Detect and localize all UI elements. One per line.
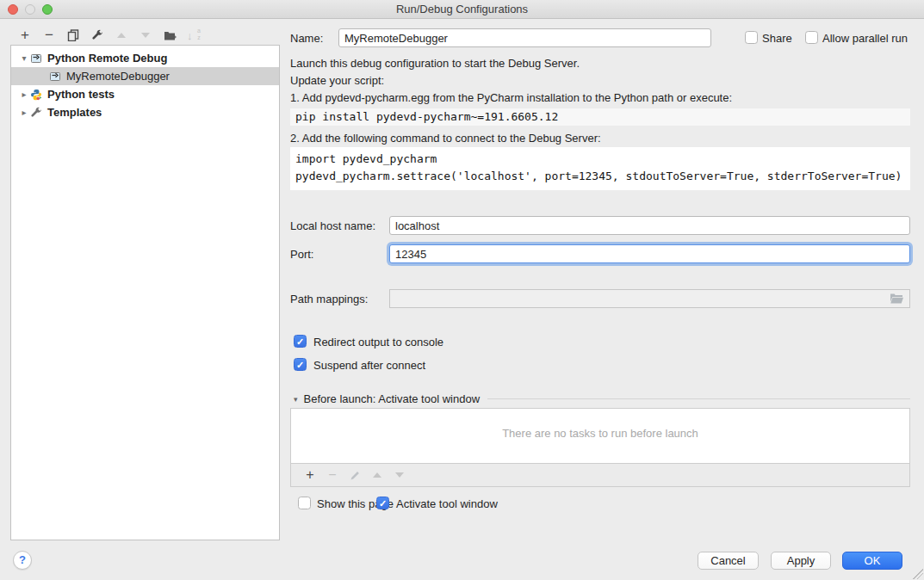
arrow-up-icon	[373, 472, 381, 478]
add-configuration-button[interactable]: +	[13, 27, 37, 44]
wrench-icon	[91, 29, 103, 41]
description-line-1: Launch this debug configuration to start…	[290, 57, 580, 70]
move-task-up-button[interactable]	[366, 472, 388, 478]
path-mappings-label: Path mappings:	[290, 293, 368, 305]
ok-button[interactable]: OK	[842, 552, 902, 570]
remove-configuration-button[interactable]: −	[37, 27, 61, 44]
allow-parallel-run-label: Allow parallel run	[822, 32, 908, 45]
activate-tool-window-label: Activate tool window	[396, 497, 498, 510]
step1-text: 1. Add pydevd-pycharm.egg from the PyCha…	[290, 91, 732, 104]
remote-debug-config-icon	[30, 52, 43, 65]
tree-item-label: Python tests	[47, 88, 115, 101]
tree-item-python-tests[interactable]: ▸ Python tests	[11, 85, 279, 103]
configurations-tree: ▾ Python Remote Debug MyRemoteDebugger ▸…	[10, 45, 280, 540]
before-launch-title: Before launch: Activate tool window	[304, 392, 481, 405]
help-button[interactable]: ?	[13, 551, 32, 570]
tree-item-label: MyRemoteDebugger	[66, 70, 170, 83]
port-label: Port:	[290, 248, 313, 261]
tree-item-templates[interactable]: ▸ Templates	[11, 103, 279, 121]
edit-task-button[interactable]	[344, 470, 366, 481]
sort-alpha-icon: ↓ az	[187, 28, 201, 42]
before-launch-task-list[interactable]: There are no tasks to run before launch	[290, 408, 910, 464]
before-launch-toolbar: + −	[290, 464, 910, 487]
python-tests-icon	[30, 89, 43, 101]
section-divider	[487, 398, 910, 399]
arrow-down-icon	[141, 33, 150, 38]
pencil-icon	[350, 470, 361, 481]
add-task-button[interactable]: +	[299, 467, 321, 483]
local-host-name-label: Local host name:	[290, 219, 375, 232]
resize-grip[interactable]	[913, 569, 923, 579]
code-line-1: import pydevd_pycharm	[295, 152, 437, 165]
expand-toggle[interactable]: ▾	[18, 53, 30, 63]
remove-icon: −	[328, 467, 336, 483]
remove-icon: −	[45, 28, 53, 43]
folder-add-icon	[164, 30, 177, 41]
path-mappings-field[interactable]	[389, 289, 910, 308]
name-label: Name:	[290, 32, 323, 45]
remote-debug-config-icon	[49, 71, 62, 83]
show-this-page-checkbox[interactable]	[298, 497, 311, 509]
share-checkbox[interactable]	[745, 31, 758, 44]
sort-configurations-button[interactable]: ↓ az	[182, 27, 206, 44]
settrace-code-block: import pydevd_pycharm pydevd_pycharm.set…	[290, 147, 910, 190]
suspend-after-connect-label: Suspend after connect	[313, 359, 425, 372]
arrow-up-icon	[117, 33, 126, 38]
browse-folder-icon[interactable]	[890, 293, 903, 305]
cancel-button[interactable]: Cancel	[698, 552, 759, 570]
expand-toggle[interactable]: ▸	[18, 89, 30, 99]
arrow-down-icon	[395, 472, 404, 478]
remove-task-button[interactable]: −	[321, 467, 344, 483]
description-line-2: Update your script:	[290, 74, 384, 87]
collapse-triangle-icon[interactable]: ▾	[294, 395, 298, 404]
activate-tool-window-checkbox[interactable]: ✓	[376, 497, 389, 509]
copy-icon	[67, 29, 79, 41]
name-input[interactable]	[338, 28, 711, 47]
apply-button[interactable]: Apply	[771, 552, 831, 570]
window-title: Run/Debug Configurations	[0, 0, 924, 19]
move-up-button[interactable]	[109, 27, 133, 44]
redirect-output-label: Redirect output to console	[313, 336, 443, 349]
code-line-2: pydevd_pycharm.settrace('localhost', por…	[295, 170, 902, 182]
edit-templates-button[interactable]	[85, 27, 109, 44]
step2-text: 2. Add the following command to connect …	[290, 132, 601, 145]
local-host-name-input[interactable]	[389, 216, 910, 235]
empty-tasks-text: There are no tasks to run before launch	[502, 427, 698, 440]
add-icon: +	[21, 28, 29, 43]
allow-parallel-run-checkbox[interactable]	[805, 31, 818, 44]
redirect-output-checkbox[interactable]: ✓	[294, 335, 307, 348]
expand-toggle[interactable]: ▸	[18, 108, 30, 117]
tree-item-myremotedebugger[interactable]: MyRemoteDebugger	[11, 67, 279, 85]
tree-item-label: Python Remote Debug	[47, 52, 167, 65]
wrench-icon	[30, 107, 43, 119]
port-input[interactable]	[389, 244, 910, 263]
new-folder-button[interactable]	[158, 27, 182, 44]
before-launch-section-header[interactable]: ▾ Before launch: Activate tool window	[294, 392, 910, 405]
pip-install-command: pip install pydevd-pycharm~=191.6605.12	[290, 108, 910, 126]
add-icon: +	[306, 467, 313, 483]
tree-item-label: Templates	[47, 106, 102, 119]
move-task-down-button[interactable]	[388, 472, 411, 478]
suspend-after-connect-checkbox[interactable]: ✓	[294, 358, 307, 371]
tree-item-python-remote-debug[interactable]: ▾ Python Remote Debug	[11, 49, 279, 67]
configurations-toolbar: + − ↓ az	[13, 27, 206, 44]
title-bar: Run/Debug Configurations	[0, 0, 924, 19]
move-down-button[interactable]	[133, 27, 158, 44]
copy-configuration-button[interactable]	[61, 27, 85, 44]
share-label: Share	[762, 32, 792, 45]
